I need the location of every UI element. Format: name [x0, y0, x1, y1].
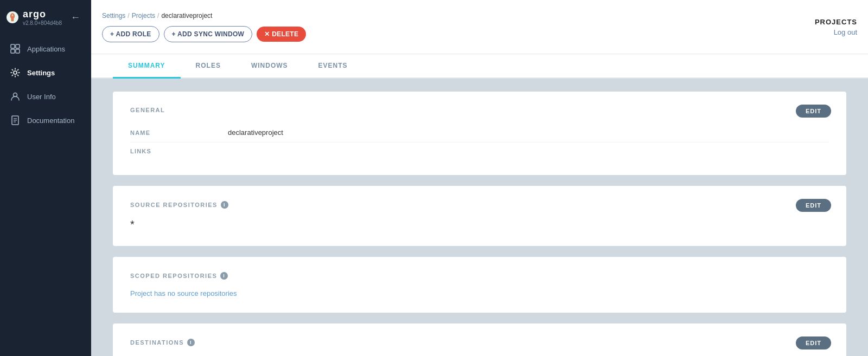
documentation-icon	[10, 115, 21, 126]
scoped-repositories-card: SCOPED REPOSITORIES i Project has no sou…	[113, 257, 846, 313]
name-field-row: NAME declarativeproject	[130, 123, 829, 143]
links-label: LINKS	[130, 148, 228, 154]
general-card: GENERAL EDIT NAME declarativeproject LIN…	[113, 92, 846, 175]
argo-logo-text: argo v2.8.0+804d4b8	[23, 9, 62, 26]
scoped-repositories-no-data: Project has no source repositories	[130, 289, 829, 297]
svg-rect-8	[11, 49, 15, 53]
name-value: declarativeproject	[228, 128, 283, 137]
tab-summary[interactable]: SUMMARY	[113, 54, 181, 79]
content-area: GENERAL EDIT NAME declarativeproject LIN…	[91, 79, 868, 356]
links-field-row: LINKS	[130, 143, 829, 160]
source-repositories-title: SOURCE REPOSITORIES i	[130, 201, 829, 209]
tab-windows[interactable]: WINDOWS	[236, 54, 303, 79]
general-title: GENERAL	[130, 107, 829, 113]
svg-point-5	[13, 15, 14, 15]
app-version: v2.8.0+804d4b8	[23, 20, 62, 26]
source-repositories-card: SOURCE REPOSITORIES i EDIT *	[113, 186, 846, 246]
back-button[interactable]: ←	[66, 12, 85, 23]
svg-rect-3	[11, 18, 14, 21]
argo-logo-icon	[7, 8, 18, 27]
breadcrumb-sep-1: /	[127, 12, 129, 20]
logout-button[interactable]: Log out	[834, 28, 857, 36]
sidebar-item-applications-label: Applications	[27, 45, 65, 53]
scoped-repositories-info-icon: i	[220, 272, 228, 280]
projects-link: PROJECTS	[815, 18, 857, 26]
topbar-left: Settings / Projects / declarativeproject…	[102, 12, 306, 42]
name-label: NAME	[130, 130, 228, 136]
source-repositories-info-icon: i	[221, 201, 228, 209]
svg-rect-7	[16, 44, 20, 48]
sidebar-item-documentation-label: Documentation	[27, 116, 74, 125]
user-icon	[10, 91, 21, 102]
main-content: Settings / Projects / declarativeproject…	[91, 0, 868, 356]
destinations-info-icon: i	[187, 339, 195, 346]
sidebar-item-settings[interactable]: Settings	[0, 61, 91, 85]
add-role-button[interactable]: + ADD ROLE	[102, 26, 159, 42]
sidebar-item-user-info[interactable]: User Info	[0, 85, 91, 108]
topbar-right: PROJECTS Log out	[815, 18, 857, 36]
sidebar: argo v2.8.0+804d4b8 ← Applications	[0, 0, 91, 356]
tab-roles[interactable]: ROLES	[181, 54, 236, 79]
breadcrumb-sep-2: /	[157, 12, 159, 20]
sidebar-nav: Applications Settings User Info	[0, 37, 91, 132]
svg-point-4	[11, 15, 11, 15]
topbar: Settings / Projects / declarativeproject…	[91, 0, 868, 54]
sidebar-item-applications[interactable]: Applications	[0, 37, 91, 61]
applications-icon	[10, 43, 21, 54]
breadcrumb: Settings / Projects / declarativeproject	[102, 12, 306, 20]
breadcrumb-projects[interactable]: Projects	[132, 12, 155, 20]
sidebar-logo: argo v2.8.0+804d4b8 ←	[0, 0, 91, 33]
breadcrumb-settings[interactable]: Settings	[102, 12, 125, 20]
tab-events[interactable]: EVENTS	[303, 54, 363, 79]
source-repositories-wildcard: *	[130, 218, 829, 231]
destinations-title: DESTINATIONS i	[130, 339, 829, 346]
delete-button[interactable]: ✕ DELETE	[257, 27, 306, 42]
sidebar-item-settings-label: Settings	[27, 69, 55, 77]
settings-icon	[10, 67, 21, 78]
app-name: argo	[23, 9, 62, 20]
general-edit-button[interactable]: EDIT	[796, 105, 831, 118]
destinations-card: DESTINATIONS i EDIT Project has no desti…	[113, 323, 846, 356]
svg-rect-9	[16, 49, 20, 53]
svg-point-10	[14, 71, 17, 74]
breadcrumb-current: declarativeproject	[161, 12, 212, 20]
scoped-repositories-title: SCOPED REPOSITORIES i	[130, 272, 829, 280]
sidebar-item-documentation[interactable]: Documentation	[0, 108, 91, 132]
topbar-actions: + ADD ROLE + ADD SYNC WINDOW ✕ DELETE	[102, 26, 306, 42]
source-repositories-edit-button[interactable]: EDIT	[796, 199, 831, 212]
tabs-bar: SUMMARY ROLES WINDOWS EVENTS	[91, 54, 868, 79]
add-sync-window-button[interactable]: + ADD SYNC WINDOW	[164, 26, 253, 42]
sidebar-item-userinfo-label: User Info	[27, 93, 56, 101]
svg-rect-6	[11, 44, 15, 48]
destinations-edit-button[interactable]: EDIT	[796, 336, 831, 349]
